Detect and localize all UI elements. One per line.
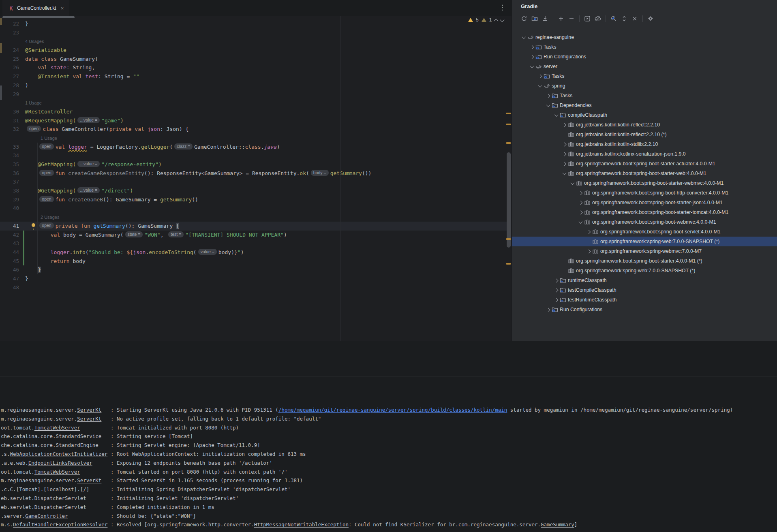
code-line[interactable]: 24@Serializable [0, 46, 507, 55]
line-number[interactable]: 37 [0, 177, 25, 186]
usage-hint-row[interactable]: 1 Usage [0, 98, 507, 107]
code-line[interactable]: 42 val body = GameSummary(state ="WON", … [0, 231, 507, 239]
code-line[interactable]: 35 @GetMapping(...value ="/response-enti… [0, 160, 507, 169]
line-number[interactable]: 43 [0, 239, 25, 248]
tree-row[interactable]: org.jetbrains.kotlinx:kotlinx-serializat… [512, 149, 777, 159]
line-number[interactable]: 40 [0, 204, 25, 213]
code-line[interactable]: 34 [0, 151, 507, 160]
settings-icon[interactable] [646, 15, 655, 23]
tree-expand-chevron-icon[interactable] [545, 92, 551, 99]
tree-row[interactable]: org.springframework.boot:spring-boot-web… [512, 217, 777, 227]
code-line[interactable]: 46 } [0, 265, 507, 274]
profiler-icon[interactable] [610, 15, 618, 23]
line-number[interactable]: 35 [0, 160, 25, 169]
tree-row[interactable]: Tasks [512, 42, 777, 52]
line-number[interactable]: 48 [0, 283, 25, 292]
tab-gamecontroller[interactable]: GameController.kt × [2, 0, 69, 16]
code-line[interactable]: 39 openfun createGameB(): GameSummary = … [0, 195, 507, 204]
line-number[interactable]: 42 [0, 231, 25, 239]
editor-scrollbar[interactable] [507, 152, 511, 248]
line-number[interactable]: 46 [0, 265, 25, 274]
tree-row[interactable]: org.jetbrains.kotlin:kotlin-reflect:2.2.… [512, 120, 777, 130]
tree-collapse-chevron-icon[interactable] [545, 102, 551, 109]
tree-row[interactable]: org.springframework.boot:spring-boot-htt… [512, 188, 777, 198]
usage-hint-row[interactable]: 2 Usages [0, 213, 507, 222]
line-number[interactable]: 33 [0, 143, 25, 152]
file-link[interactable]: /home/megamiun/git/reginae-sanguine/serv… [278, 407, 507, 413]
tree-expand-chevron-icon[interactable] [537, 73, 543, 79]
usages-inlay-hint[interactable]: 2 Usages [41, 215, 59, 220]
tree-row[interactable]: org.springframework.boot:spring-boot-ser… [512, 227, 777, 237]
reload-gradle-icon[interactable] [520, 15, 528, 23]
line-number[interactable]: 34 [0, 151, 25, 160]
code-line[interactable]: 28) [0, 81, 507, 90]
usage-hint-row[interactable]: 1 Usage [0, 134, 507, 143]
tree-row[interactable]: Run Configurations [512, 52, 777, 62]
tree-row[interactable]: org.springframework:spring-webmvc:7.0.0-… [512, 246, 777, 256]
usage-hint-row[interactable]: 4 Usages [0, 37, 507, 46]
code-line[interactable]: 32openclass GameController(private val j… [0, 125, 507, 134]
code-line[interactable]: 31@RequestMapping(...value ="game") [0, 116, 507, 125]
line-number[interactable]: 47 [0, 274, 25, 283]
line-number[interactable]: 31 [0, 116, 25, 125]
tree-collapse-chevron-icon[interactable] [577, 219, 584, 225]
line-number[interactable]: 41 [0, 222, 25, 231]
tree-expand-chevron-icon[interactable] [529, 44, 535, 50]
tree-expand-chevron-icon[interactable] [585, 248, 592, 254]
tree-row[interactable]: Tasks [512, 71, 777, 81]
tree-row[interactable]: org.springframework:spring-web:7.0.0-SNA… [512, 237, 777, 246]
tree-expand-chevron-icon[interactable] [577, 199, 584, 206]
tree-expand-chevron-icon[interactable] [553, 287, 559, 293]
code-line[interactable]: 27 @Transient val test: String = "" [0, 72, 507, 81]
code-line[interactable]: 30@RestController [0, 107, 507, 116]
usages-inlay-hint[interactable]: 1 Usage [41, 136, 57, 141]
tree-expand-chevron-icon[interactable] [561, 141, 567, 147]
intention-bulb-icon[interactable] [32, 223, 35, 227]
remove-icon[interactable] [567, 15, 576, 23]
tree-row[interactable]: testCompileClasspath [512, 285, 777, 295]
code-line[interactable]: 22} [0, 19, 507, 28]
line-number[interactable]: 38 [0, 186, 25, 195]
line-number[interactable]: 25 [0, 55, 25, 64]
tree-expand-chevron-icon[interactable] [577, 190, 584, 196]
tree-collapse-chevron-icon[interactable] [520, 34, 527, 41]
code-line[interactable]: 43 [0, 239, 507, 248]
line-number[interactable]: 24 [0, 46, 25, 55]
code-line[interactable]: 29 [0, 90, 507, 99]
tree-expand-chevron-icon[interactable] [553, 297, 559, 303]
tree-collapse-chevron-icon[interactable] [569, 180, 576, 186]
line-number[interactable]: 27 [0, 72, 25, 81]
tree-row[interactable]: Run Configurations [512, 305, 777, 314]
sync-folder-icon[interactable] [531, 15, 539, 23]
run-task-icon[interactable] [583, 15, 591, 23]
usages-inlay-hint[interactable]: 1 Usage [25, 100, 42, 105]
tree-row[interactable]: reginae-sanguine [512, 32, 777, 42]
line-number[interactable]: 39 [0, 195, 25, 204]
tree-collapse-chevron-icon[interactable] [537, 83, 543, 89]
tab-close-icon[interactable]: × [61, 5, 64, 11]
tree-row[interactable]: org.springframework.boot:spring-boot-sta… [512, 169, 777, 178]
line-number[interactable]: 22 [0, 19, 25, 28]
usages-inlay-hint[interactable]: 4 Usages [25, 39, 44, 44]
tree-expand-chevron-icon[interactable] [561, 160, 567, 167]
tree-expand-chevron-icon[interactable] [577, 209, 584, 216]
tree-collapse-chevron-icon[interactable] [529, 63, 535, 70]
download-sources-icon[interactable] [541, 15, 549, 23]
tree-row[interactable]: server [512, 62, 777, 71]
line-number[interactable]: 30 [0, 107, 25, 116]
tree-expand-chevron-icon[interactable] [585, 229, 592, 235]
tree-expand-chevron-icon[interactable] [545, 306, 551, 313]
code-line[interactable]: 33 openval logger = LoggerFactory.getLog… [0, 143, 507, 152]
code-line[interactable]: 23 [0, 28, 507, 37]
next-problem-icon[interactable] [500, 17, 505, 22]
collapse-all-icon[interactable] [631, 15, 639, 23]
tree-row[interactable]: org.springframework.boot:spring-boot-sta… [512, 207, 777, 217]
tree-row[interactable]: org.springframework.boot:spring-boot-sta… [512, 256, 777, 266]
tree-row[interactable]: runtimeClasspath [512, 276, 777, 285]
tree-row[interactable]: org.springframework.boot:spring-boot-sta… [512, 159, 777, 169]
tree-expand-chevron-icon[interactable] [553, 277, 559, 284]
tree-row[interactable]: org.springframework.boot:spring-boot-sta… [512, 198, 777, 207]
line-number[interactable]: 26 [0, 63, 25, 72]
tree-row[interactable]: Dependencies [512, 100, 777, 110]
inspections-widget[interactable]: 5 1 [468, 17, 504, 23]
